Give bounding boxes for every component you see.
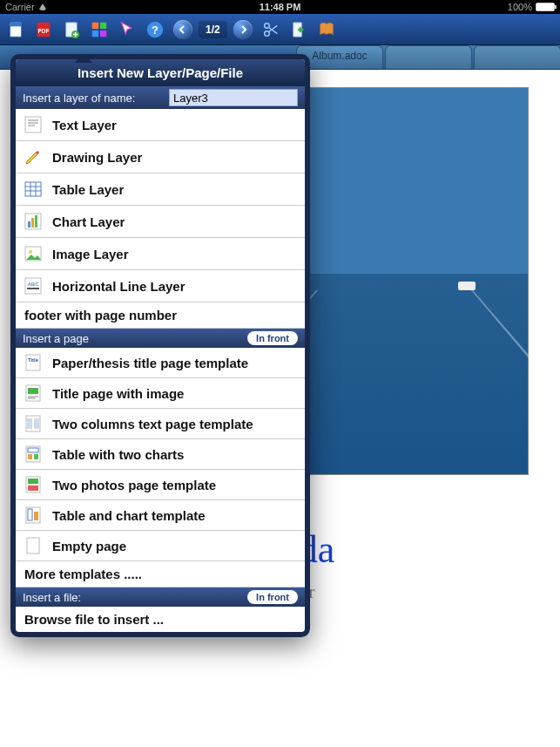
text-layer-icon (23, 114, 44, 135)
page-label: Paper/thesis title page template (52, 356, 248, 370)
tiles-button[interactable] (87, 17, 111, 42)
pdf-icon: PDF (34, 20, 53, 39)
page-label: Two photos page template (52, 478, 216, 492)
layer-footer-pagenum[interactable]: footer with page number (16, 302, 305, 329)
layer-label: Image Layer (52, 247, 129, 261)
browse-label: Browse file to insert ... (24, 612, 164, 627)
svg-rect-32 (28, 454, 32, 459)
page-label: Empty page (52, 539, 126, 553)
chevron-left-icon (173, 20, 192, 39)
browse-file[interactable]: Browse file to insert ... (16, 607, 305, 632)
svg-rect-39 (34, 512, 38, 520)
add-page-button[interactable] (59, 17, 84, 42)
page-two-photos[interactable]: Two photos page template (16, 470, 305, 500)
svg-text:PDF: PDF (38, 27, 50, 33)
layer-chart[interactable]: Chart Layer (16, 206, 305, 238)
file-section-label: Insert a file: (23, 591, 81, 604)
table-chart-icon (23, 505, 44, 526)
layer-label: Table Layer (52, 182, 124, 197)
title-image-icon (23, 383, 44, 404)
file-position-pill[interactable]: In front (247, 590, 298, 604)
table-charts-icon (23, 444, 44, 465)
layer-section-header: Insert a layer of name: (16, 86, 305, 109)
svg-point-22 (29, 250, 32, 254)
wifi-icon (38, 3, 47, 10)
page-section-header: Insert a page In front (16, 329, 305, 348)
help-button[interactable]: ? (143, 17, 167, 42)
book-button[interactable] (314, 17, 339, 42)
status-bar: Carrier 11:48 PM 100% (0, 0, 560, 14)
layer-text[interactable]: Text Layer (16, 109, 305, 141)
boat-shape (458, 282, 476, 290)
layer-table[interactable]: Table Layer (16, 173, 305, 206)
page-counter: 1/2 (199, 21, 227, 38)
svg-rect-18 (28, 221, 30, 227)
svg-rect-40 (27, 538, 39, 553)
svg-rect-33 (34, 454, 38, 459)
layer-name-input[interactable] (169, 89, 298, 106)
svg-rect-29 (26, 416, 40, 431)
next-page-button[interactable] (231, 17, 255, 42)
popover-title: Insert New Layer/Page/File (16, 59, 305, 86)
page-section-label: Insert a page (23, 332, 89, 345)
file-section-header: Insert a file: In front (16, 587, 305, 607)
layer-drawing[interactable]: Drawing Layer (16, 141, 305, 173)
svg-rect-28 (28, 388, 38, 394)
clock-label: 11:48 PM (260, 2, 301, 12)
export-button[interactable] (287, 17, 311, 42)
svg-rect-7 (100, 22, 106, 28)
page-label: Two columns text page template (52, 417, 253, 431)
table-icon (23, 179, 44, 200)
document-button[interactable] (3, 17, 28, 42)
page-position-pill[interactable]: In front (247, 331, 298, 345)
layer-image[interactable]: Image Layer (16, 238, 305, 270)
hr-icon: ABC (23, 275, 44, 296)
svg-rect-20 (35, 215, 37, 227)
page-paper-title[interactable]: Title Paper/thesis title page template (16, 348, 305, 378)
battery-icon (536, 3, 555, 11)
page-title-image[interactable]: Title page with image (16, 378, 305, 409)
svg-text:ABC: ABC (28, 282, 40, 287)
book-icon (317, 20, 336, 39)
svg-rect-19 (31, 218, 34, 227)
tab-empty-1[interactable] (385, 45, 472, 69)
scissors-icon (261, 20, 280, 39)
page-empty[interactable]: Empty page (16, 531, 305, 561)
layer-label: Text Layer (52, 118, 117, 132)
tab-empty-2[interactable] (474, 45, 560, 69)
help-icon: ? (145, 20, 165, 39)
layer-hr[interactable]: ABC Horizontal Line Layer (16, 270, 305, 302)
svg-text:?: ? (152, 23, 159, 36)
svg-rect-1 (10, 22, 22, 26)
cursor-icon (118, 20, 137, 39)
svg-rect-8 (92, 30, 98, 36)
svg-rect-35 (28, 479, 38, 484)
two-col-icon (23, 413, 44, 434)
chart-icon (23, 211, 44, 232)
page-label: Table and chart template (52, 508, 206, 523)
tab-label: Album.adoc (312, 50, 367, 62)
layer-label: Drawing Layer (52, 150, 142, 165)
document-icon (6, 20, 25, 39)
svg-rect-16 (25, 182, 41, 196)
main-toolbar: PDF ? 1/2 (0, 14, 560, 45)
svg-rect-6 (92, 22, 98, 28)
prev-page-button[interactable] (171, 17, 195, 42)
more-templates[interactable]: More templates ..... (16, 561, 305, 587)
insert-popover: Insert New Layer/Page/File Insert a laye… (10, 54, 310, 637)
page-two-columns[interactable]: Two columns text page template (16, 409, 305, 439)
two-photos-icon (23, 474, 44, 495)
page-table-two-charts[interactable]: Table with two charts (16, 439, 305, 470)
empty-page-icon (23, 535, 44, 556)
layer-label: Chart Layer (52, 214, 125, 229)
selection-button[interactable] (115, 17, 139, 42)
pencil-icon (23, 146, 44, 167)
layer-section-label: Insert a layer of name: (23, 92, 135, 105)
carrier-label: Carrier (5, 2, 35, 12)
layer-label: footer with page number (24, 308, 177, 323)
pdf-button[interactable]: PDF (31, 17, 56, 42)
svg-rect-36 (28, 486, 38, 491)
cut-button[interactable] (259, 17, 283, 42)
export-icon (289, 20, 308, 39)
page-table-chart[interactable]: Table and chart template (16, 500, 305, 531)
